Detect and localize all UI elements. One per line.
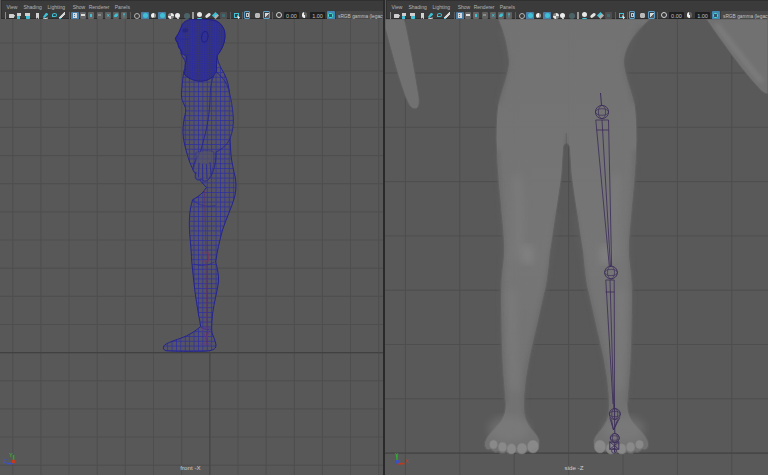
svg-text:front -X: front -X [180,464,200,471]
svg-text:Y: Y [9,452,13,458]
svg-text:Y: Y [395,452,399,458]
svg-text:X: X [405,458,409,464]
svg-text:side -Z: side -Z [565,464,584,471]
